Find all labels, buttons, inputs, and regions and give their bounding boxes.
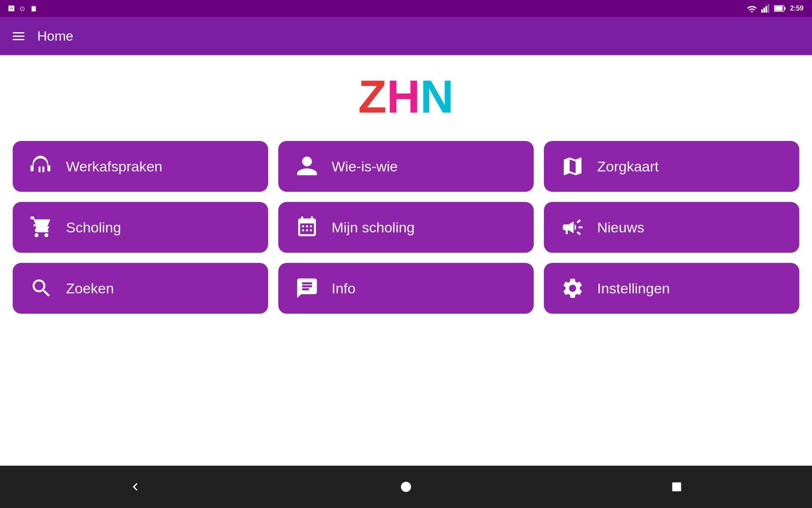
zoeken-label: Zoeken	[66, 280, 114, 297]
svg-rect-3	[768, 4, 769, 13]
svg-rect-6	[774, 6, 782, 11]
werkafspraken-button[interactable]: Werkafspraken	[13, 141, 268, 192]
nieuws-button[interactable]: Nieuws	[544, 202, 799, 253]
nav-bar	[0, 466, 812, 508]
mijn-scholing-label: Mijn scholing	[332, 219, 415, 236]
zorgkaart-button[interactable]: Zorgkaart	[544, 141, 799, 192]
instellingen-label: Instellingen	[597, 280, 670, 297]
recent-button[interactable]	[669, 479, 684, 494]
mijn-scholing-button[interactable]: Mijn scholing	[278, 202, 534, 253]
home-button[interactable]	[398, 479, 414, 494]
battery-icon	[774, 5, 786, 12]
chat-icon	[295, 276, 319, 300]
search-icon	[30, 276, 53, 300]
wie-is-wie-label: Wie-is-wie	[332, 158, 398, 175]
wifi-icon	[747, 4, 757, 13]
clipboard-icon: 📋	[30, 5, 37, 12]
chrome-icon: ⊙	[19, 5, 25, 13]
werkafspraken-label: Werkafspraken	[66, 158, 162, 175]
logo-n: N	[420, 73, 454, 120]
scholing-button[interactable]: Scholing	[13, 202, 268, 253]
headset-icon	[30, 155, 53, 178]
gear-icon	[561, 276, 584, 300]
instellingen-button[interactable]: Instellingen	[544, 263, 799, 314]
notification-icon: 🅰	[8, 5, 14, 12]
svg-rect-0	[761, 9, 763, 13]
svg-rect-8	[672, 483, 681, 491]
svg-rect-1	[763, 8, 765, 13]
map-icon	[561, 155, 584, 178]
svg-rect-5	[784, 7, 785, 10]
status-bar-left: 🅰 ⊙ 📋	[8, 5, 37, 13]
clock: 2:59	[790, 5, 804, 12]
main-content: Z H N Werkafspraken Wie-is-wie	[0, 56, 812, 466]
zorgkaart-label: Zorgkaart	[597, 158, 659, 175]
svg-point-7	[401, 482, 411, 492]
info-label: Info	[332, 280, 356, 297]
zoeken-button[interactable]: Zoeken	[13, 263, 268, 314]
cart-icon	[30, 215, 53, 239]
scholing-label: Scholing	[66, 219, 121, 236]
wie-is-wie-button[interactable]: Wie-is-wie	[278, 141, 534, 192]
logo-z: Z	[358, 73, 387, 120]
svg-rect-2	[765, 6, 767, 13]
signal-icon	[761, 4, 770, 13]
status-bar-right: 2:59	[747, 4, 804, 13]
info-button[interactable]: Info	[278, 263, 534, 314]
person-icon	[295, 155, 319, 178]
nieuws-label: Nieuws	[597, 219, 644, 236]
main-grid: Werkafspraken Wie-is-wie Zorgkaart	[13, 141, 799, 314]
logo-h: H	[387, 73, 420, 120]
back-button[interactable]	[128, 479, 143, 494]
app-title: Home	[37, 28, 73, 44]
calendar-icon	[295, 215, 319, 239]
status-bar: 🅰 ⊙ 📋 2:59	[0, 0, 812, 17]
megaphone-icon	[561, 215, 584, 239]
hamburger-button[interactable]	[13, 32, 25, 40]
logo: Z H N	[358, 73, 454, 120]
app-bar: Home	[0, 17, 812, 55]
